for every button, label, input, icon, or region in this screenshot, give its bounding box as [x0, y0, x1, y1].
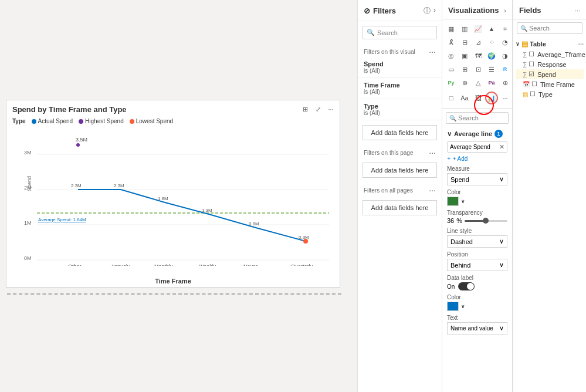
viz-map2-icon[interactable]: 🌍 — [485, 49, 498, 62]
focus-icon[interactable]: ⤢ — [313, 104, 323, 114]
filter-visual-more[interactable]: ··· — [429, 48, 436, 56]
filter-icon[interactable]: ⊞ — [300, 104, 310, 114]
viz-r-icon[interactable]: R — [499, 63, 512, 76]
viz-ribbon-icon[interactable]: 🎗 — [445, 36, 458, 49]
viz-py-icon[interactable]: Py — [445, 76, 458, 89]
viz-decomp-icon[interactable]: ⊕ — [499, 76, 512, 89]
add-data-visual-btn[interactable]: Add data fields here — [363, 125, 437, 140]
data-label-toggle[interactable] — [458, 282, 475, 290]
avg-line-chevron[interactable]: ∨ — [447, 130, 452, 138]
viz-waterfall-icon[interactable]: ⊟ — [458, 36, 471, 49]
table-collapse-icon: ∨ — [516, 41, 520, 47]
svg-text:3M: 3M — [24, 150, 32, 156]
filter-type[interactable]: Type is (All) — [358, 99, 442, 120]
viz-search-icon: 🔍 — [449, 115, 456, 121]
viz-line-icon[interactable]: 📈 — [472, 22, 485, 35]
filter-all-more[interactable]: ··· — [429, 186, 436, 194]
svg-text:Spend: Spend — [26, 176, 32, 191]
fields-search-box[interactable]: 🔍 — [517, 22, 582, 34]
viz-header-right: › — [504, 7, 506, 14]
viz-header-expand[interactable]: › — [504, 7, 506, 14]
measure-dropdown[interactable]: Spend ∨ — [447, 173, 507, 185]
viz-donut-icon[interactable]: ◎ — [445, 49, 458, 62]
viz-powerapp-icon[interactable]: Pa — [485, 76, 498, 89]
filters-search-input[interactable] — [377, 29, 433, 36]
fields-ellipsis[interactable]: ··· — [575, 7, 580, 14]
viz-combo-icon[interactable]: ⌗ — [499, 22, 512, 35]
svg-text:Average Spend: 1.64M: Average Spend: 1.64M — [38, 217, 86, 222]
viz-analytics-icon[interactable]: 📊 — [485, 92, 498, 104]
viz-scatter-icon[interactable]: ⁘ — [485, 36, 498, 49]
filters-search-icon: 🔍 — [367, 29, 375, 36]
add-avg-line-btn[interactable]: + + Add — [447, 155, 507, 162]
filter-funnel-icon: ⊘ — [364, 6, 370, 15]
viz-matrix-icon[interactable]: ⊡ — [472, 63, 485, 76]
viz-map-icon[interactable]: 🗺 — [472, 49, 485, 62]
position-dropdown[interactable]: Behind ∨ — [447, 259, 507, 271]
more-icon[interactable]: ··· — [326, 104, 336, 114]
fields-search-input[interactable] — [529, 25, 579, 32]
filter-section-visual-label: Filters on this visual ··· — [358, 44, 442, 57]
viz-slicer-icon[interactable]: ☰ — [485, 63, 498, 76]
svg-text:Never: Never — [243, 263, 258, 266]
viz-kpi-icon[interactable]: △ — [472, 76, 485, 89]
text-dropdown[interactable]: Name and value ∨ — [447, 322, 507, 334]
line-style-section: Line style Dashed ∨ — [447, 228, 507, 248]
bottom-dotted-line — [7, 293, 341, 295]
table-node[interactable]: ∨ ▤ Table ··· — [516, 39, 584, 49]
avg-line-badge: 1 — [494, 130, 503, 138]
viz-img-icon[interactable]: 🖼 — [472, 92, 485, 104]
viz-text-icon[interactable]: Aa — [458, 92, 471, 104]
color-dropdown-arrow[interactable]: ∨ — [461, 198, 465, 204]
avg-line-close-btn[interactable]: ✕ — [499, 143, 504, 151]
transparency-slider[interactable] — [465, 220, 507, 222]
svg-text:1.8M: 1.8M — [158, 196, 168, 201]
fields-header: Fields ··· — [513, 0, 586, 20]
measure-label: Measure — [447, 165, 507, 172]
viz-search-box[interactable]: 🔍 — [446, 112, 509, 124]
filter-spend-value: is (All) — [364, 67, 436, 74]
viz-bar-icon[interactable]: ▦ — [445, 22, 458, 35]
color2-dropdown-arrow[interactable]: ∨ — [461, 303, 465, 309]
viz-header: Visualizations › — [442, 0, 512, 20]
viz-pie-icon[interactable]: ◔ — [499, 36, 512, 49]
viz-gauge-icon[interactable]: ◑ — [499, 49, 512, 62]
field-timeframe[interactable]: 📅 ☐ Time Frame — [516, 79, 584, 89]
viz-card-icon[interactable]: ▭ — [445, 63, 458, 76]
add-data-all-btn[interactable]: Add data fields here — [363, 200, 437, 215]
viz-more2-icon[interactable]: ··· — [499, 92, 512, 104]
filter-header-expand-icon[interactable]: › — [433, 6, 436, 16]
filter-timeframe-value: is (All) — [364, 89, 436, 95]
color-swatch-btn[interactable] — [447, 197, 459, 206]
sigma-icon-avg: ∑ — [523, 51, 527, 58]
viz-bar2-icon[interactable]: ▥ — [458, 22, 471, 35]
viz-search-input[interactable] — [458, 114, 505, 121]
filters-header-icons: ⓘ › — [424, 6, 436, 16]
viz-treemap-icon[interactable]: ▣ — [458, 49, 471, 62]
field-response[interactable]: ∑ ☐ Response — [516, 59, 584, 69]
viz-funnel-icon[interactable]: ⊿ — [472, 36, 485, 49]
viz-ai-icon[interactable]: ⊛ — [458, 76, 471, 89]
fields-tree: ∨ ▤ Table ··· ∑ ☐ Average_Tframe ∑ ☐ Res… — [513, 36, 586, 102]
table-more-icon[interactable]: ··· — [578, 40, 584, 48]
fields-title: Fields — [519, 6, 541, 15]
filter-spend[interactable]: Spend is (All) — [358, 57, 442, 78]
viz-area-icon[interactable]: ▲ — [485, 22, 498, 35]
filter-type-name: Type — [364, 103, 436, 110]
add-data-page-btn[interactable]: Add data fields here — [363, 163, 437, 178]
color2-swatch-btn[interactable] — [447, 302, 459, 311]
field-spend[interactable]: ∑ ☑ Spend — [516, 69, 584, 79]
svg-point-18 — [303, 239, 308, 244]
filters-search-box[interactable]: 🔍 — [363, 26, 437, 39]
field-type[interactable]: ▤ ☐ Type — [516, 89, 584, 99]
line-style-dropdown[interactable]: Dashed ∨ — [447, 235, 507, 248]
field-avg-tframe[interactable]: ∑ ☐ Average_Tframe — [516, 49, 584, 59]
color2-row: ∨ — [447, 302, 507, 311]
filters-title: ⊘ Filters — [364, 6, 396, 15]
filter-header-info-icon[interactable]: ⓘ — [424, 6, 431, 16]
viz-table-icon[interactable]: ⊞ — [458, 63, 471, 76]
viz-separator — [442, 108, 512, 109]
filter-page-more[interactable]: ··· — [429, 148, 436, 157]
filter-timeframe[interactable]: Time Frame is (All) — [358, 78, 442, 99]
viz-shape-icon[interactable]: □ — [445, 92, 458, 104]
